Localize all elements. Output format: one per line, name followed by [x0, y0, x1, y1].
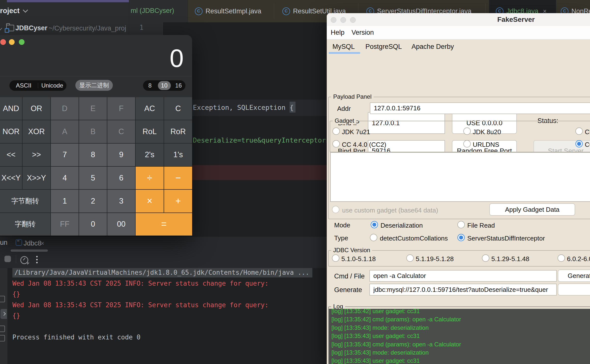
calc-key[interactable]: XOR	[23, 120, 50, 143]
zoom-traffic-light-inactive[interactable]	[350, 17, 356, 23]
radio-label[interactable]: Deserialization	[381, 222, 423, 229]
console-toolbar-icon[interactable]	[0, 335, 5, 341]
cmd-file-input[interactable]	[369, 270, 557, 282]
encoding-toggle[interactable]: ASCII Unicode	[9, 80, 66, 91]
radio-cb[interactable]	[575, 127, 583, 135]
project-dropdown[interactable]: roject	[0, 7, 27, 15]
addr-input[interactable]	[370, 102, 590, 114]
scrollbar-thumb[interactable]	[11, 249, 48, 252]
calc-key[interactable]: B	[79, 120, 107, 143]
calc-key[interactable]: 3	[107, 190, 135, 212]
tree-expand-icon[interactable]	[0, 26, 2, 30]
minimize-traffic-light-inactive[interactable]	[340, 17, 346, 23]
stop-button[interactable]	[4, 256, 11, 262]
menu-version[interactable]: Version	[352, 29, 374, 36]
radio-detect-custom-collations[interactable]	[370, 234, 377, 241]
radio-label[interactable]: 5.1.19-5.1.28	[416, 255, 454, 263]
calc-key[interactable]: X>>Y	[23, 167, 50, 189]
radio-custom-gadget-disabled[interactable]	[332, 206, 339, 213]
radio-jdk7u21[interactable]	[332, 127, 340, 135]
radix-16[interactable]: 16	[172, 82, 185, 89]
radio-label[interactable]: File Read	[467, 222, 495, 229]
calc-key[interactable]: 6	[107, 167, 135, 189]
tab-ml-jdbcyser[interactable]: ml (JDBCyser)	[129, 0, 188, 22]
encoding-ascii[interactable]: ASCII	[9, 82, 38, 89]
gadget-data-textarea[interactable]	[330, 152, 590, 202]
calc-key[interactable]: ÷	[136, 167, 164, 189]
console-toolbar-icon[interactable]	[0, 326, 5, 332]
fakeserver-titlebar[interactable]: FakeServer	[327, 13, 590, 26]
menu-help[interactable]: Help	[331, 29, 345, 36]
radio-label[interactable]: JDK 8u20	[473, 128, 501, 136]
tab-postgresql[interactable]: PostgreSQL	[365, 43, 402, 51]
radix-10-selected[interactable]: 10	[158, 81, 171, 90]
calc-key[interactable]: 2	[79, 190, 107, 212]
calc-key[interactable]: RoL	[136, 120, 164, 143]
tab-mysql[interactable]: MySQL	[332, 43, 355, 51]
console-toolbar-icon-selected[interactable]	[0, 309, 7, 319]
calc-key[interactable]: A	[51, 120, 79, 143]
calc-key[interactable]: 0	[79, 213, 107, 236]
radio-urldns[interactable]	[463, 140, 471, 148]
run-tab-jdbc8[interactable]: Jdbc8	[24, 240, 41, 247]
radio-label[interactable]: CB	[585, 128, 590, 136]
code-line[interactable]: Exception, SQLException {	[193, 104, 294, 111]
close-traffic-light-inactive[interactable]	[331, 17, 336, 23]
calc-key[interactable]: C	[107, 120, 135, 143]
calc-key[interactable]: C	[164, 97, 192, 120]
tab-resultsetimpl[interactable]: C ResultSetImpl.java	[195, 0, 261, 22]
radio-label[interactable]: 5.1.29-5.1.48	[491, 255, 529, 263]
calc-key[interactable]: FF	[51, 213, 79, 236]
calc-key[interactable]: 2's	[136, 144, 164, 166]
log-output[interactable]: [log] [13:35:42] user gadget: cc31[log] …	[329, 309, 590, 364]
calc-key[interactable]: =	[136, 213, 192, 236]
radio-label[interactable]: CC	[585, 141, 590, 149]
calc-key[interactable]: 9	[107, 144, 135, 166]
calc-key[interactable]: OR	[23, 97, 50, 120]
encoding-unicode[interactable]: Unicode	[38, 82, 67, 89]
show-binary-button[interactable]: 显示二进制	[75, 80, 113, 91]
calc-key[interactable]: +	[164, 190, 192, 212]
radio-label[interactable]: detectCustomCollations	[380, 235, 448, 242]
radio-label[interactable]: ServerStatusDiffInterceptor	[467, 235, 545, 242]
generate-url-input[interactable]	[369, 284, 557, 296]
radio-jdbc-5-1-29[interactable]	[482, 254, 489, 262]
radio-jdbc-5-1-19[interactable]	[406, 254, 414, 262]
radio-label[interactable]: CC 4.4.0 (CC2)	[342, 141, 386, 149]
calc-key[interactable]: F	[107, 97, 135, 120]
radio-label[interactable]: 5.1.0-5.1.18	[341, 255, 376, 263]
calc-key[interactable]: ×	[136, 190, 164, 212]
project-root-name[interactable]: JDBCyser	[15, 24, 47, 32]
radio-label[interactable]: 6.0.2-6.0	[567, 255, 590, 263]
calc-key[interactable]: 字节翻转	[0, 190, 50, 212]
calc-key[interactable]: 00	[107, 213, 135, 236]
calc-key[interactable]: >>	[23, 144, 50, 166]
radio-jdbc-5-1-0[interactable]	[332, 254, 339, 262]
code-string-line[interactable]: Deserialize=true&queryInterceptors=	[193, 136, 334, 144]
tab-apache-derby[interactable]: Apache Derby	[412, 43, 454, 51]
calc-key[interactable]: D	[51, 97, 79, 120]
calc-key[interactable]: 5	[79, 167, 107, 189]
calc-key[interactable]: 1's	[164, 144, 192, 166]
console-toolbar-icon[interactable]	[0, 296, 5, 302]
generate-button[interactable]: Generate	[558, 270, 590, 282]
calc-key[interactable]: <<	[0, 144, 22, 166]
close-icon[interactable]: ×	[41, 240, 44, 247]
calc-key[interactable]: 4	[51, 167, 79, 189]
radio-deserialization-selected[interactable]	[371, 221, 378, 228]
radio-file-read[interactable]	[457, 221, 465, 228]
calc-key[interactable]: 1	[51, 190, 79, 212]
profiler-gauge-icon[interactable]	[20, 256, 28, 264]
radio-serverstatusdiffinterceptor-selected[interactable]	[457, 234, 465, 241]
calc-key[interactable]: X<<Y	[0, 167, 22, 189]
radio-jdbc-6-0-2[interactable]	[558, 254, 565, 262]
radio-cc-selected[interactable]	[575, 140, 583, 148]
radio-label[interactable]: JDK 7u21	[342, 128, 370, 136]
radix-8[interactable]: 8	[144, 82, 156, 89]
calc-key[interactable]: 8	[79, 144, 107, 166]
calc-key[interactable]: RoR	[164, 120, 192, 143]
radio-jdk8u20[interactable]	[463, 127, 471, 135]
calc-key[interactable]: 7	[51, 144, 79, 166]
calc-key[interactable]: AND	[0, 97, 22, 120]
calc-key[interactable]: −	[164, 167, 192, 189]
